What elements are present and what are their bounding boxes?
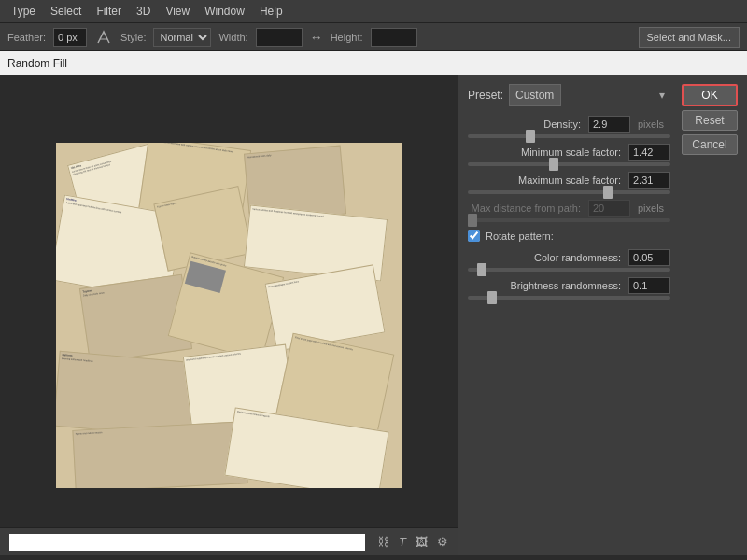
width-input[interactable] [256,28,303,47]
image-icon: 🖼 [416,535,428,549]
color-rand-row: Color randomness: 0.05 [468,249,670,272]
page-title: Random Fill [7,57,67,70]
menu-help[interactable]: Help [252,2,290,21]
title-bar: Random Fill [0,51,747,75]
rotate-label: Rotate pattern: [486,231,554,242]
rotate-row: Rotate pattern: [468,230,670,242]
text-icon: T [399,535,406,549]
params-left: Preset: Custom Density: 2.9 pixe [468,84,670,300]
cancel-button[interactable]: Cancel [682,134,738,155]
ok-button[interactable]: OK [682,84,738,106]
min-scale-row: Minimum scale factor: 1.42 [468,144,670,166]
menu-3d[interactable]: 3D [129,2,158,21]
settings-icon: ⚙ [437,535,448,549]
feather-label: Feather: [7,32,46,43]
density-row: Density: 2.9 pixels [468,116,670,138]
menu-select[interactable]: Select [43,2,89,21]
height-label: Height: [331,32,363,43]
menu-bar: Type Select Filter 3D View Window Help [0,0,747,23]
link-icon: ⛓ [377,535,389,549]
width-label: Width: [218,32,247,43]
max-scale-row: Maximum scale factor: 2.31 [468,172,670,194]
menu-filter[interactable]: Filter [89,2,129,21]
min-scale-label: Minimum scale factor: [521,147,621,158]
preset-select[interactable]: Custom [509,84,561,106]
style-select[interactable]: Normal [153,28,211,47]
main-area: Vin Hira Lorem ipsum dolor sit amet cons… [0,75,747,555]
max-scale-label: Maximum scale factor: [518,175,621,186]
height-input[interactable] [371,28,417,47]
preset-label: Preset: [468,89,503,102]
density-label: Density: [543,119,581,130]
reset-button[interactable]: Reset [682,110,738,131]
feather-input[interactable] [53,28,87,47]
max-dist-slider[interactable] [468,218,670,222]
canvas-area: Vin Hira Lorem ipsum dolor sit amet cons… [0,75,458,555]
style-label: Style: [120,32,147,43]
param-section: Density: 2.9 pixels Minimum scale factor… [468,116,670,300]
newspaper-bg: Vin Hira Lorem ipsum dolor sit amet cons… [56,143,402,488]
min-scale-slider[interactable] [468,162,670,166]
action-buttons: OK Reset Cancel [682,84,738,155]
color-rand-slider[interactable] [468,268,670,272]
menu-window[interactable]: Window [197,2,252,21]
menu-view[interactable]: View [158,2,197,21]
menu-type[interactable]: Type [4,2,43,21]
max-scale-slider[interactable] [468,190,670,194]
dialog-panel: Preset: Custom Density: 2.9 pixe [458,75,747,555]
max-dist-unit: pixels [638,203,670,214]
feather-icon [94,28,113,47]
preset-select-wrap: Custom [509,84,670,106]
color-rand-label: Color randomness: [534,252,621,263]
brightness-rand-row: Brightness randomness: 0.1 [468,277,670,300]
max-dist-label: Max distance from path: [472,203,581,214]
options-bar: Feather: Style: Normal Width: ↔ Height: … [0,23,747,51]
canvas-image: Vin Hira Lorem ipsum dolor sit amet cons… [56,143,402,488]
canvas-wrapper: Vin Hira Lorem ipsum dolor sit amet cons… [0,75,458,555]
rotate-checkbox[interactable] [468,230,480,242]
mask-button[interactable]: Select and Mask... [639,27,740,48]
brightness-rand-slider[interactable] [468,296,670,300]
preset-row: Preset: Custom Density: 2.9 pixe [468,84,738,300]
density-slider[interactable] [468,134,670,138]
max-dist-row: Max distance from path: 20 pixels [468,200,670,222]
density-unit: pixels [638,119,670,130]
brightness-rand-label: Brightness randomness: [510,280,621,291]
